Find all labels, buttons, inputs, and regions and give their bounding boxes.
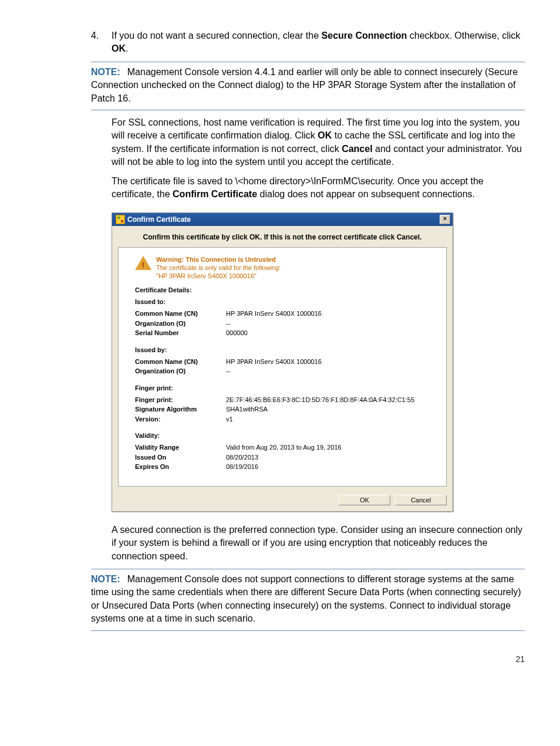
page-number: 21 bbox=[35, 654, 525, 664]
validity-group: Validity: Validity RangeValid from Aug 2… bbox=[135, 432, 436, 472]
paragraph-file: The certificate file is saved to \<home … bbox=[112, 175, 525, 201]
value: HP 3PAR InServ S400X 1000016 bbox=[226, 357, 436, 367]
app-icon bbox=[116, 215, 125, 224]
paragraph-secured: A secured connection is the preferred co… bbox=[112, 524, 525, 563]
dialog-panel: ! Warning: This Connection is Untrusted … bbox=[118, 247, 447, 487]
issued-by-header: Issued by: bbox=[135, 346, 436, 353]
text: . bbox=[126, 43, 128, 53]
warning-body-2: "HP 3PAR InServ S400X 1000016" bbox=[156, 272, 281, 279]
issued-to-group: Issued to: Common Name (CN)HP 3PAR InSer… bbox=[135, 298, 436, 338]
dialog-button-bar: OK Cancel bbox=[112, 491, 453, 511]
bold: Secure Connection bbox=[322, 31, 407, 40]
bold: Cancel bbox=[342, 144, 372, 154]
note-box-1: NOTE:Management Console version 4.4.1 an… bbox=[91, 62, 525, 110]
label: Signature Algorithm bbox=[135, 404, 226, 414]
label: Finger print: bbox=[135, 395, 226, 405]
fingerprint-header: Finger print: bbox=[135, 384, 436, 391]
bold: OK bbox=[112, 43, 126, 53]
certificate-details-header: Certificate Details: bbox=[135, 286, 436, 293]
ok-button[interactable]: OK bbox=[339, 495, 390, 505]
label: Common Name (CN) bbox=[135, 309, 226, 319]
issued-by-group: Issued by: Common Name (CN)HP 3PAR InSer… bbox=[135, 346, 436, 376]
dialog-instruction: Confirm this certificate by click OK. If… bbox=[112, 226, 453, 247]
value: 08/19/2016 bbox=[226, 462, 436, 472]
note-label: NOTE: bbox=[91, 67, 120, 77]
value: v1 bbox=[226, 414, 436, 424]
value: 08/20/2013 bbox=[226, 453, 436, 463]
text: checkbox. Otherwise, click bbox=[407, 31, 520, 40]
label: Issued On bbox=[135, 453, 226, 463]
step-text: If you do not want a secured connection,… bbox=[112, 29, 525, 56]
text: If you do not want a secured connection,… bbox=[112, 31, 322, 40]
label: Version: bbox=[135, 414, 226, 424]
value: 000000 bbox=[226, 328, 436, 338]
label: Organization (O) bbox=[135, 366, 226, 376]
note-label: NOTE: bbox=[91, 574, 120, 584]
value: HP 3PAR InServ S400X 1000016 bbox=[226, 309, 436, 319]
label: Common Name (CN) bbox=[135, 357, 226, 367]
value: 2E:7F:46:45:B6:E6:F3:8C:1D:5D:76:F1:8D:8… bbox=[226, 395, 436, 405]
bold: Confirm Certificate bbox=[173, 189, 257, 199]
dialog-title-text: Confirm Certificate bbox=[127, 215, 191, 224]
value: -- bbox=[226, 366, 436, 376]
text: dialog does not appear on subsequent con… bbox=[257, 189, 475, 199]
cancel-button[interactable]: Cancel bbox=[395, 495, 447, 505]
note-text: Management Console does not support conn… bbox=[91, 574, 521, 623]
label: Organization (O) bbox=[135, 319, 226, 329]
label: Validity Range bbox=[135, 443, 226, 453]
value: -- bbox=[226, 319, 436, 329]
close-icon[interactable]: × bbox=[440, 215, 450, 224]
step-number: 4. bbox=[91, 29, 112, 56]
warning-title: Warning: This Connection is Untrusted bbox=[156, 256, 281, 263]
note-box-2: NOTE:Management Console does not support… bbox=[91, 569, 525, 631]
issued-to-header: Issued to: bbox=[135, 298, 436, 305]
warning-icon: ! bbox=[135, 256, 151, 271]
warning-body-1: The certificate is only valid for the fo… bbox=[156, 264, 281, 271]
bold: OK bbox=[318, 130, 332, 140]
validity-header: Validity: bbox=[135, 432, 436, 439]
confirm-certificate-dialog: Confirm Certificate × Confirm this certi… bbox=[112, 212, 453, 512]
label: Expires On bbox=[135, 462, 226, 472]
dialog-titlebar[interactable]: Confirm Certificate × bbox=[112, 213, 453, 226]
fingerprint-group: Finger print: Finger print:2E:7F:46:45:B… bbox=[135, 384, 436, 424]
paragraph-ssl: For SSL connections, host name verificat… bbox=[112, 116, 525, 169]
label: Serial Number bbox=[135, 328, 226, 338]
warning-row: ! Warning: This Connection is Untrusted … bbox=[135, 256, 436, 279]
value: SHA1withRSA bbox=[226, 404, 436, 414]
step-4: 4. If you do not want a secured connecti… bbox=[35, 29, 525, 56]
value: Valid from Aug 20, 2013 to Aug 19, 2016 bbox=[226, 443, 436, 453]
note-text: Management Console version 4.4.1 and ear… bbox=[91, 67, 518, 103]
